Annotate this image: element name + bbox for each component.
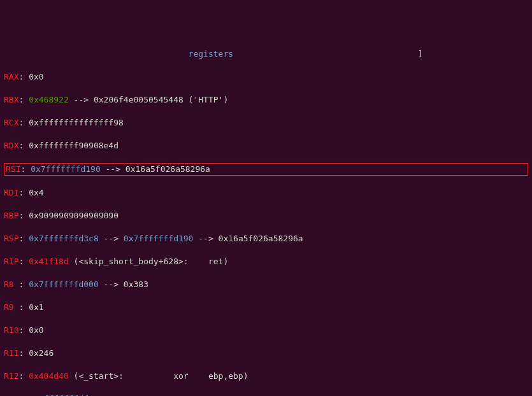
header-row: registers ] <box>4 48 528 60</box>
reg-r9: R9 : 0x1 <box>4 302 528 313</box>
reg-r13: R13: 0x7fffffffdf00 --> 0x2 <box>4 393 528 396</box>
reg-rbp: RBP: 0x9090909090909090 <box>4 210 528 222</box>
reg-rdx: RDX: 0xffffffff90908e4d <box>4 140 528 152</box>
reg-rsi-highlighted: RSI: 0x7fffffffd190 --> 0x16a5f026a58296… <box>4 163 528 176</box>
reg-r8: R8 : 0x7fffffffd000 --> 0x383 <box>4 279 528 290</box>
reg-rax: RAX: 0x0 <box>4 71 528 83</box>
reg-rbx: RBX: 0x468922 --> 0x206f4e0050545448 ('H… <box>4 94 528 106</box>
reg-r12: R12: 0x404d40 (<_start>: xor ebp,ebp) <box>4 371 528 382</box>
reg-r11: R11: 0x246 <box>4 348 528 359</box>
reg-rip: RIP: 0x41f18d (<skip_short_body+628>: re… <box>4 256 528 267</box>
reg-rcx: RCX: 0xfffffffffffffff98 <box>4 117 528 129</box>
reg-rdi: RDI: 0x4 <box>4 187 528 199</box>
reg-r10: R10: 0x0 <box>4 325 528 336</box>
reg-rsp: RSP: 0x7fffffffd3c8 --> 0x7fffffffd190 -… <box>4 233 528 244</box>
